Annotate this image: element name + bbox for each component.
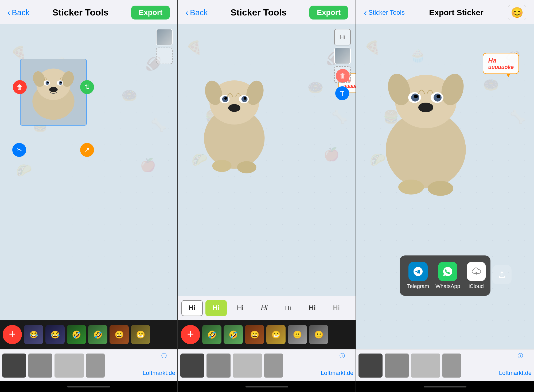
- svg-point-23: [212, 160, 231, 172]
- svg-point-37: [428, 181, 453, 196]
- telegram-icon-bg: [408, 262, 428, 281]
- plus-icon-2: +: [187, 328, 194, 340]
- plus-icon-1: +: [9, 328, 16, 340]
- export-icloud-btn[interactable]: iCloud: [467, 262, 486, 289]
- back-label-1: Back: [12, 8, 30, 17]
- svg-point-35: [418, 103, 433, 112]
- svg-point-20: [224, 97, 227, 100]
- sticker-item-2-3[interactable]: 😄: [245, 325, 264, 344]
- ad-bar-3: ⓘ Loftmarkt.de: [356, 349, 534, 381]
- whatsapp-icon-bg: [438, 262, 457, 281]
- add-sticker-btn-2[interactable]: +: [181, 325, 200, 344]
- sticker-item-2-5[interactable]: 😐: [288, 325, 307, 344]
- ad-thumb-3-3: [411, 354, 440, 378]
- sticker-item-1-6[interactable]: 😁: [131, 325, 150, 344]
- sticker-preview-2-5: 😐: [288, 325, 307, 344]
- ad-thumb-3-1: [358, 354, 383, 378]
- emoji-btn-3[interactable]: 😊: [508, 5, 526, 20]
- canvas-area-1: 🍕 🏈 🍔 🦴 🌮 🍎 🧁 🍩: [0, 24, 177, 320]
- sticker-item-1-1[interactable]: 😂: [24, 325, 43, 344]
- trash-icon-1: 🗑: [17, 83, 23, 91]
- ad-thumb-1-3: [54, 354, 84, 378]
- sticker-item-2-6[interactable]: 😐: [309, 325, 328, 344]
- canvas-area-2: 🍕 🏈 🍔 🦴 🌮 🍎 🍩: [178, 24, 356, 296]
- text-option-serif[interactable]: Hi: [278, 300, 299, 316]
- delete-handle-1[interactable]: 🗑: [13, 80, 27, 94]
- ad-bar-2: ⓘ Loftmarkt.de: [178, 349, 356, 381]
- export-whatsapp-btn[interactable]: WhatsApp: [435, 262, 460, 289]
- bg-deco-3d: 🦴: [510, 110, 526, 125]
- text-option-bold[interactable]: Hi: [302, 300, 323, 316]
- sticker-item-1-5[interactable]: 😄: [110, 325, 129, 344]
- export-button-2[interactable]: Export: [309, 6, 348, 20]
- bg-deco: 🦴: [151, 118, 167, 133]
- export-telegram-btn[interactable]: Telegram: [407, 262, 429, 289]
- dog-thumbnail-1[interactable]: [156, 29, 173, 45]
- flip-icon-1: ⇅: [84, 83, 90, 91]
- thumb-corner-2: Hi: [334, 29, 351, 83]
- text-options-bar-2: Hi Hi Hi Hi Hi Hi Hi: [178, 296, 356, 320]
- text-option-plain[interactable]: Hi: [229, 300, 251, 316]
- home-indicator-2: [178, 381, 356, 392]
- dog-thumbnail-2[interactable]: [334, 48, 351, 64]
- scissors-handle-1[interactable]: ✂: [12, 143, 26, 157]
- export-share-btn[interactable]: [492, 265, 512, 286]
- home-bar-3: [424, 386, 466, 387]
- ad-thumb-1-2: [28, 354, 52, 378]
- back-button-3[interactable]: ‹ Sticker Tools: [364, 7, 405, 18]
- back-button-1[interactable]: ‹ Back: [7, 8, 30, 17]
- phone-panel-2: ‹ Back Sticker Tools Export 🍕 🏈 🍔 🦴 🌮 🍎 …: [178, 0, 356, 392]
- bubble-text-line2-3: uuuuuoke: [488, 64, 514, 70]
- sticker-preview-2-1: 🤣: [202, 325, 221, 344]
- resize-handle-1[interactable]: ↗: [80, 143, 94, 157]
- bg-deco-2d: 🦴: [332, 110, 348, 125]
- bg-deco: 🌮: [16, 163, 32, 178]
- ad-label-2: Loftmarkt.de: [321, 370, 353, 377]
- sticker-item-2-1[interactable]: 🤣: [202, 325, 221, 344]
- back-button-2[interactable]: ‹ Back: [186, 8, 208, 17]
- text-handle-2[interactable]: T: [335, 86, 349, 100]
- thumb-mini-outline-2[interactable]: Hi: [334, 29, 351, 45]
- page-title-3: Export Sticker: [429, 8, 483, 17]
- chevron-left-icon-2: ‹: [186, 8, 188, 17]
- add-sticker-btn-1[interactable]: +: [3, 325, 22, 344]
- dog-cutout-3: [367, 48, 485, 198]
- dog-cutout-2[interactable]: [192, 56, 277, 176]
- header-panel2: ‹ Back Sticker Tools Export: [178, 0, 356, 24]
- page-title-1: Sticker Tools: [52, 7, 109, 18]
- thumb-frame-1[interactable]: [156, 48, 173, 64]
- back-label-2: Back: [190, 8, 208, 17]
- bubble-text-line1-3: Ha: [488, 57, 514, 64]
- sticker-item-1-2[interactable]: 😂: [45, 325, 65, 344]
- sticker-preview-1-1: 😂: [24, 325, 43, 344]
- header-panel1: ‹ Back Sticker Tools Export: [0, 0, 177, 24]
- ad-thumb-2-3: [233, 354, 262, 378]
- info-icon-1: ⓘ: [161, 352, 167, 359]
- sticker-item-2-4[interactable]: 😁: [266, 325, 286, 344]
- page-title-2: Sticker Tools: [231, 7, 287, 18]
- home-indicator-3: [356, 381, 534, 392]
- text-option-green[interactable]: Hi: [205, 300, 227, 316]
- thumb-frame-2[interactable]: [334, 66, 351, 83]
- speech-bubble-3: Ha uuuuuoke: [483, 53, 519, 74]
- sticker-preview-2-6: 😐: [309, 325, 328, 344]
- ad-bar-1: ⓘ Loftmarkt.de: [0, 349, 177, 381]
- svg-point-24: [237, 161, 256, 173]
- sticker-preview-1-6: 😁: [131, 325, 150, 344]
- chevron-left-icon-3: ‹: [364, 7, 367, 18]
- canvas-area-3: 🍕 🏈 🍔 🦴 🌮 🧁 🍩: [356, 24, 534, 349]
- text-option-outlined[interactable]: Hi: [181, 300, 203, 316]
- sticker-item-1-3[interactable]: 🤣: [67, 325, 86, 344]
- ad-thumb-1-4: [86, 354, 105, 378]
- flip-handle-1[interactable]: ⇅: [80, 80, 94, 94]
- sticker-item-2-2[interactable]: 🤣: [224, 325, 243, 344]
- text-option-script[interactable]: Hi: [326, 300, 347, 316]
- export-button-1[interactable]: Export: [131, 6, 170, 20]
- resize-icon-1: ↗: [84, 146, 90, 154]
- bg-deco: 🍎: [140, 158, 156, 173]
- text-opt-label-6: Hi: [309, 304, 316, 312]
- dog-image-panel1[interactable]: [20, 59, 87, 126]
- text-opt-label-5: Hi: [285, 304, 292, 312]
- sticker-item-1-4[interactable]: 🤣: [88, 325, 107, 344]
- text-option-italic[interactable]: Hi: [254, 300, 275, 316]
